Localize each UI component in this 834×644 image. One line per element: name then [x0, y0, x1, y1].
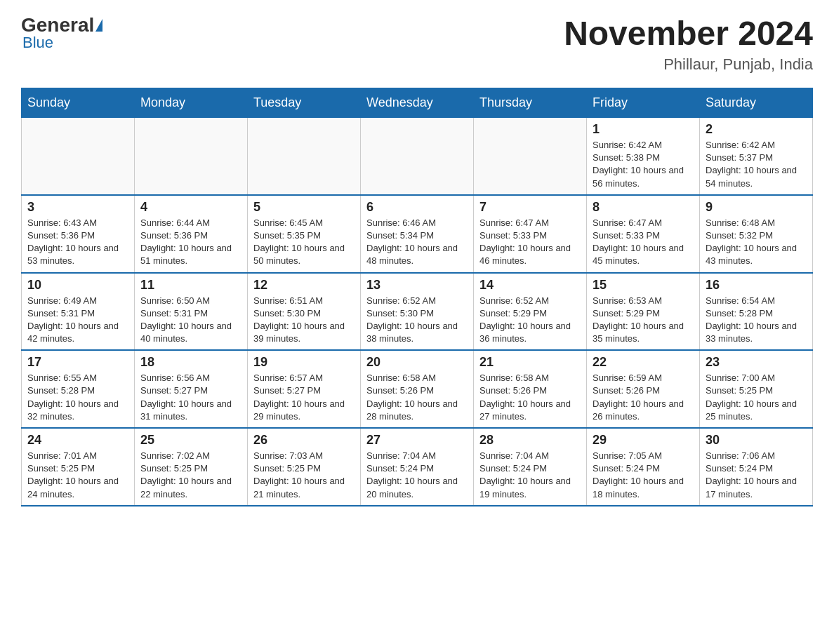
calendar-cell: 29Sunrise: 7:05 AMSunset: 5:24 PMDayligh…	[587, 428, 700, 506]
day-info: Sunrise: 6:54 AMSunset: 5:28 PMDaylight:…	[706, 295, 807, 346]
day-info: Sunrise: 6:57 AMSunset: 5:27 PMDaylight:…	[253, 372, 355, 423]
location-subtitle: Phillaur, Punjab, India	[564, 55, 813, 74]
day-info: Sunrise: 7:04 AMSunset: 5:24 PMDaylight:…	[366, 450, 468, 501]
day-number: 24	[27, 433, 128, 448]
logo: General Blue	[21, 14, 104, 52]
day-info: Sunrise: 6:48 AMSunset: 5:32 PMDaylight:…	[706, 217, 807, 268]
day-number: 15	[593, 278, 694, 293]
day-header-monday: Monday	[135, 88, 248, 118]
day-number: 27	[366, 433, 468, 448]
calendar-cell: 12Sunrise: 6:51 AMSunset: 5:30 PMDayligh…	[248, 273, 361, 351]
day-number: 28	[479, 433, 581, 448]
calendar-cell: 22Sunrise: 6:59 AMSunset: 5:26 PMDayligh…	[587, 350, 700, 428]
calendar-cell: 13Sunrise: 6:52 AMSunset: 5:30 PMDayligh…	[361, 273, 474, 351]
day-number: 5	[253, 200, 355, 215]
day-info: Sunrise: 6:45 AMSunset: 5:35 PMDaylight:…	[253, 217, 355, 268]
day-info: Sunrise: 6:52 AMSunset: 5:30 PMDaylight:…	[366, 295, 468, 346]
calendar-cell: 11Sunrise: 6:50 AMSunset: 5:31 PMDayligh…	[135, 273, 248, 351]
logo-blue-text: Blue	[22, 34, 53, 52]
calendar-cell: 19Sunrise: 6:57 AMSunset: 5:27 PMDayligh…	[248, 350, 361, 428]
day-header-wednesday: Wednesday	[361, 88, 474, 118]
day-info: Sunrise: 6:58 AMSunset: 5:26 PMDaylight:…	[366, 372, 468, 423]
calendar-cell: 24Sunrise: 7:01 AMSunset: 5:25 PMDayligh…	[22, 428, 135, 506]
calendar-cell: 5Sunrise: 6:45 AMSunset: 5:35 PMDaylight…	[248, 195, 361, 273]
calendar-cell: 4Sunrise: 6:44 AMSunset: 5:36 PMDaylight…	[135, 195, 248, 273]
calendar-header-row: SundayMondayTuesdayWednesdayThursdayFrid…	[22, 88, 813, 118]
day-number: 10	[27, 278, 128, 293]
calendar-cell: 10Sunrise: 6:49 AMSunset: 5:31 PMDayligh…	[22, 273, 135, 351]
calendar-cell: 14Sunrise: 6:52 AMSunset: 5:29 PMDayligh…	[474, 273, 587, 351]
day-number: 26	[253, 433, 355, 448]
day-number: 17	[27, 355, 128, 370]
calendar-cell: 1Sunrise: 6:42 AMSunset: 5:38 PMDaylight…	[587, 118, 700, 195]
calendar-cell: 23Sunrise: 7:00 AMSunset: 5:25 PMDayligh…	[700, 350, 813, 428]
calendar-week-5: 24Sunrise: 7:01 AMSunset: 5:25 PMDayligh…	[22, 428, 813, 506]
calendar-cell: 3Sunrise: 6:43 AMSunset: 5:36 PMDaylight…	[22, 195, 135, 273]
day-number: 23	[706, 355, 807, 370]
calendar-table: SundayMondayTuesdayWednesdayThursdayFrid…	[21, 88, 813, 507]
day-number: 18	[140, 355, 241, 370]
day-header-tuesday: Tuesday	[248, 88, 361, 118]
day-number: 20	[366, 355, 468, 370]
day-header-saturday: Saturday	[700, 88, 813, 118]
calendar-cell	[135, 118, 248, 195]
page-header: General Blue November 2024 Phillaur, Pun…	[21, 14, 813, 74]
day-info: Sunrise: 7:03 AMSunset: 5:25 PMDaylight:…	[253, 450, 355, 501]
day-info: Sunrise: 6:53 AMSunset: 5:29 PMDaylight:…	[593, 295, 694, 346]
calendar-cell: 15Sunrise: 6:53 AMSunset: 5:29 PMDayligh…	[587, 273, 700, 351]
calendar-cell: 20Sunrise: 6:58 AMSunset: 5:26 PMDayligh…	[361, 350, 474, 428]
day-header-thursday: Thursday	[474, 88, 587, 118]
calendar-cell: 7Sunrise: 6:47 AMSunset: 5:33 PMDaylight…	[474, 195, 587, 273]
calendar-cell: 21Sunrise: 6:58 AMSunset: 5:26 PMDayligh…	[474, 350, 587, 428]
day-number: 1	[593, 122, 694, 137]
calendar-cell: 25Sunrise: 7:02 AMSunset: 5:25 PMDayligh…	[135, 428, 248, 506]
calendar-week-2: 3Sunrise: 6:43 AMSunset: 5:36 PMDaylight…	[22, 195, 813, 273]
day-info: Sunrise: 6:55 AMSunset: 5:28 PMDaylight:…	[27, 372, 128, 423]
calendar-cell	[22, 118, 135, 195]
day-info: Sunrise: 7:02 AMSunset: 5:25 PMDaylight:…	[140, 450, 241, 501]
calendar-cell: 2Sunrise: 6:42 AMSunset: 5:37 PMDaylight…	[700, 118, 813, 195]
calendar-cell: 16Sunrise: 6:54 AMSunset: 5:28 PMDayligh…	[700, 273, 813, 351]
day-info: Sunrise: 6:52 AMSunset: 5:29 PMDaylight:…	[479, 295, 581, 346]
day-number: 8	[593, 200, 694, 215]
logo-triangle-icon	[95, 19, 102, 32]
day-info: Sunrise: 6:47 AMSunset: 5:33 PMDaylight:…	[479, 217, 581, 268]
day-header-friday: Friday	[587, 88, 700, 118]
calendar-cell	[474, 118, 587, 195]
calendar-cell: 27Sunrise: 7:04 AMSunset: 5:24 PMDayligh…	[361, 428, 474, 506]
day-info: Sunrise: 7:01 AMSunset: 5:25 PMDaylight:…	[27, 450, 128, 501]
title-section: November 2024 Phillaur, Punjab, India	[564, 14, 813, 74]
day-info: Sunrise: 6:59 AMSunset: 5:26 PMDaylight:…	[593, 372, 694, 423]
day-number: 11	[140, 278, 241, 293]
day-info: Sunrise: 6:58 AMSunset: 5:26 PMDaylight:…	[479, 372, 581, 423]
day-number: 25	[140, 433, 241, 448]
day-number: 6	[366, 200, 468, 215]
day-info: Sunrise: 6:42 AMSunset: 5:37 PMDaylight:…	[706, 139, 807, 190]
day-number: 9	[706, 200, 807, 215]
day-number: 12	[253, 278, 355, 293]
calendar-cell: 26Sunrise: 7:03 AMSunset: 5:25 PMDayligh…	[248, 428, 361, 506]
day-number: 13	[366, 278, 468, 293]
calendar-week-3: 10Sunrise: 6:49 AMSunset: 5:31 PMDayligh…	[22, 273, 813, 351]
day-info: Sunrise: 7:00 AMSunset: 5:25 PMDaylight:…	[706, 372, 807, 423]
day-number: 16	[706, 278, 807, 293]
calendar-cell: 28Sunrise: 7:04 AMSunset: 5:24 PMDayligh…	[474, 428, 587, 506]
day-number: 2	[706, 122, 807, 137]
day-number: 4	[140, 200, 241, 215]
calendar-cell	[361, 118, 474, 195]
day-info: Sunrise: 7:05 AMSunset: 5:24 PMDaylight:…	[593, 450, 694, 501]
calendar-cell: 9Sunrise: 6:48 AMSunset: 5:32 PMDaylight…	[700, 195, 813, 273]
day-number: 30	[706, 433, 807, 448]
day-number: 29	[593, 433, 694, 448]
day-info: Sunrise: 6:51 AMSunset: 5:30 PMDaylight:…	[253, 295, 355, 346]
calendar-cell: 30Sunrise: 7:06 AMSunset: 5:24 PMDayligh…	[700, 428, 813, 506]
day-header-sunday: Sunday	[22, 88, 135, 118]
day-info: Sunrise: 6:44 AMSunset: 5:36 PMDaylight:…	[140, 217, 241, 268]
day-number: 14	[479, 278, 581, 293]
day-info: Sunrise: 7:06 AMSunset: 5:24 PMDaylight:…	[706, 450, 807, 501]
day-info: Sunrise: 6:49 AMSunset: 5:31 PMDaylight:…	[27, 295, 128, 346]
day-info: Sunrise: 6:43 AMSunset: 5:36 PMDaylight:…	[27, 217, 128, 268]
month-title: November 2024	[564, 14, 813, 53]
day-number: 22	[593, 355, 694, 370]
calendar-cell: 6Sunrise: 6:46 AMSunset: 5:34 PMDaylight…	[361, 195, 474, 273]
